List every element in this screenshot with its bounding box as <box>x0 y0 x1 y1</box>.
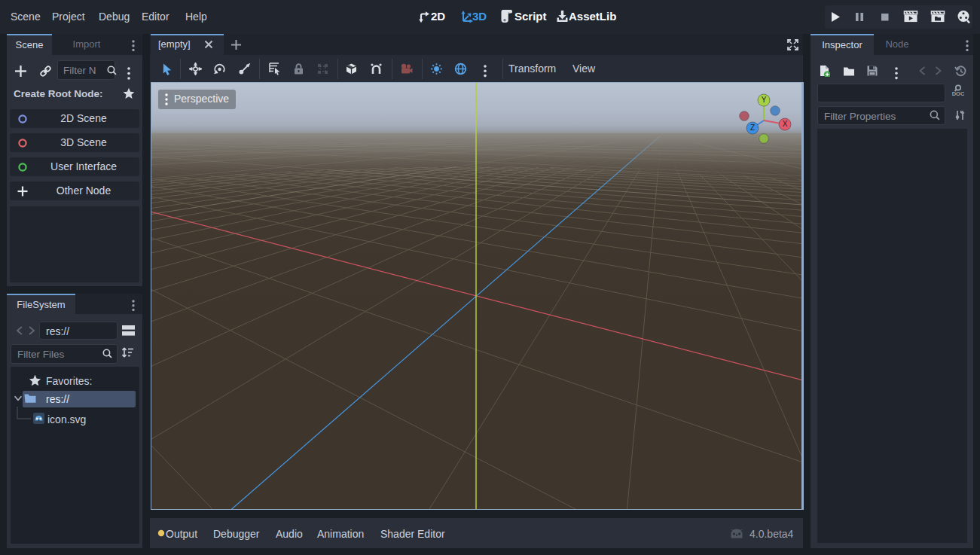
svg-text:X: X <box>783 120 788 128</box>
svg-text:Z: Z <box>750 124 755 132</box>
svg-text:Y: Y <box>762 96 767 104</box>
svg-text:DOC: DOC <box>952 90 964 97</box>
